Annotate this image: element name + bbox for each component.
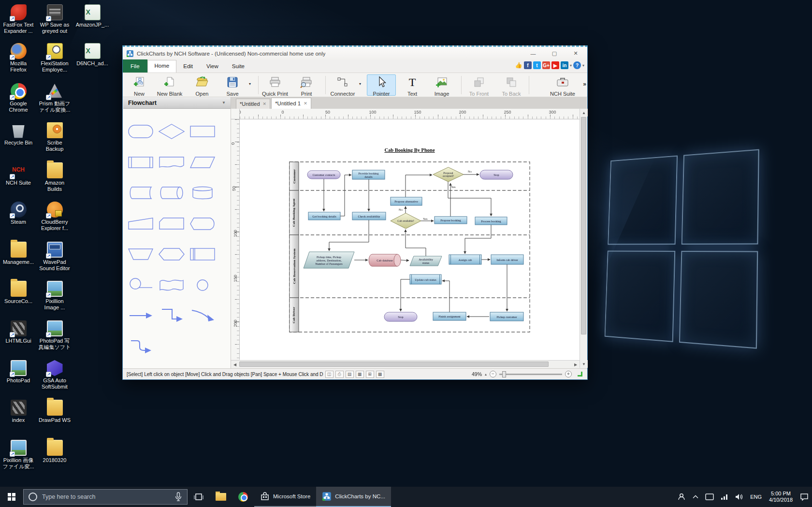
help-icon[interactable]: ?: [573, 61, 581, 69]
desktop-icon[interactable]: ↗Prism 動画フ ァイル変換...: [36, 83, 73, 113]
desktop-icon[interactable]: ↗WavePad Sound Editor: [36, 242, 73, 272]
start-button[interactable]: [0, 487, 23, 507]
microphone-icon[interactable]: [174, 492, 182, 502]
palette-shape-internal-storage[interactable]: [189, 246, 216, 262]
menu-item-suite[interactable]: Suite: [225, 61, 251, 72]
tofront-button[interactable]: To Front: [464, 74, 493, 96]
desktop-icon[interactable]: ↗Pixillion 画像 ファイル変...: [0, 440, 37, 470]
facebook-icon[interactable]: f: [524, 61, 532, 69]
menu-item-view[interactable]: View: [200, 61, 225, 72]
print-layout-icon[interactable]: ▩: [376, 371, 384, 378]
open-button[interactable]: Open: [188, 74, 217, 96]
palette-shape-database[interactable]: [189, 185, 216, 201]
scroll-right-icon[interactable]: ▶: [572, 361, 580, 368]
file-explorer-button[interactable]: [210, 487, 232, 507]
search-input[interactable]: [42, 493, 174, 500]
linkedin-icon[interactable]: in: [561, 61, 568, 69]
youtube-icon[interactable]: ▶: [551, 61, 559, 69]
newblank-button[interactable]: New Blank: [155, 74, 184, 96]
scroll-down-icon[interactable]: ▼: [580, 360, 588, 368]
vertical-scroll-thumb[interactable]: [581, 117, 586, 334]
tablet-mode-button[interactable]: [702, 487, 717, 507]
grid-icon[interactable]: ▦: [356, 371, 364, 378]
zoom-in-button[interactable]: +: [565, 371, 572, 377]
horizontal-scrollbar[interactable]: ◀ ▶: [231, 360, 580, 368]
palette-shape-predefined-process[interactable]: [127, 154, 154, 171]
toback-button[interactable]: To Back: [497, 74, 526, 96]
desktop-icon[interactable]: DrawPad WS: [36, 400, 73, 423]
desktop-icon[interactable]: ↗PhotoPad 写 真編集ソフト: [36, 320, 73, 350]
pointer-button[interactable]: Pointer: [367, 74, 396, 96]
vertical-scrollbar[interactable]: ▲ ▼: [580, 109, 587, 368]
volume-button[interactable]: [732, 487, 747, 507]
tab-close-icon[interactable]: ✕: [304, 101, 307, 106]
palette-shape-process[interactable]: [189, 123, 216, 140]
export-icon[interactable]: ⎙: [335, 371, 344, 378]
palette-shape-data[interactable]: [189, 154, 216, 171]
desktop-icon[interactable]: ↗LHTMLGui: [0, 320, 37, 344]
desktop-icon[interactable]: ↗NCH Suite: [0, 162, 37, 186]
palette-shape-arrow-elbow-curve[interactable]: [127, 338, 154, 355]
help-chevron-icon[interactable]: ▾: [582, 63, 584, 68]
desktop-icon[interactable]: Manageme...: [0, 242, 37, 265]
palette-shape-stored-data[interactable]: [127, 185, 154, 201]
image-button[interactable]: Image: [427, 74, 456, 96]
horizontal-scroll-thumb[interactable]: [239, 362, 549, 367]
canvas[interactable]: [240, 119, 580, 360]
chrome-button[interactable]: [232, 487, 254, 507]
palette-shape-loop-limit[interactable]: [127, 277, 154, 293]
desktop-icon[interactable]: index: [0, 400, 37, 423]
save-button[interactable]: Save: [218, 74, 247, 96]
document-tab[interactable]: *Untitled 1✕: [271, 98, 311, 109]
snap-icon[interactable]: ▤: [346, 371, 354, 378]
like-icon[interactable]: 👍: [515, 61, 522, 69]
desktop-icon[interactable]: ↗Google Chrome: [0, 83, 37, 113]
palette-shape-arrow-elbow[interactable]: [158, 307, 185, 324]
tab-close-icon[interactable]: ✕: [263, 101, 267, 106]
network-button[interactable]: [717, 487, 732, 507]
palette-shape-display[interactable]: [189, 216, 216, 232]
desktop-icon[interactable]: ↗PhotoPad: [0, 360, 37, 384]
resize-grip[interactable]: [578, 372, 582, 377]
dropdown-chevron-icon[interactable]: ▾: [359, 82, 361, 86]
desktop-icon[interactable]: ↗Pixillion Image ...: [36, 281, 73, 311]
menu-item-edit[interactable]: Edit: [176, 61, 200, 72]
desktop-icon[interactable]: ↗FastFox Text Expander ...: [0, 4, 37, 34]
desktop-icon[interactable]: 20180320: [36, 440, 73, 464]
dropdown-chevron-icon[interactable]: ▾: [249, 82, 251, 86]
googleplus-icon[interactable]: G+: [542, 61, 550, 69]
document-tab[interactable]: *Untitled✕: [236, 99, 270, 109]
scroll-up-icon[interactable]: ▲: [580, 109, 588, 116]
taskbar-search[interactable]: [23, 489, 188, 505]
desktop-icon[interactable]: Recycle Bin: [0, 122, 37, 146]
palette-shape-direct-access-storage[interactable]: [158, 185, 185, 201]
desktop-icon[interactable]: AmazonJP_...: [74, 4, 111, 28]
palette-shape-document[interactable]: [158, 154, 185, 171]
connector-button[interactable]: Connector: [328, 74, 357, 96]
palette-shape-arrow-curve[interactable]: [189, 307, 216, 324]
minimize-button[interactable]: —: [522, 47, 544, 60]
palette-shape-terminator[interactable]: [127, 123, 154, 140]
desktop-icon[interactable]: ↗GSA Auto SoftSubmit: [36, 360, 73, 390]
new-button[interactable]: New: [125, 74, 154, 96]
language-indicator[interactable]: ENG: [747, 494, 765, 500]
toolbar-overflow-chevron[interactable]: »: [583, 81, 586, 87]
desktop-icon[interactable]: D6NCH_ad...: [74, 43, 111, 67]
palette-shape-connector[interactable]: [189, 277, 216, 293]
palette-shape-preparation[interactable]: [158, 246, 185, 262]
people-button[interactable]: [674, 487, 689, 507]
desktop-icon[interactable]: ↗WP Save as greyed out: [36, 4, 73, 34]
title-bar[interactable]: ClickCharts by NCH Software - (Unlicense…: [123, 47, 587, 60]
desktop-icon[interactable]: ↗FlexiStation Employe...: [36, 43, 73, 73]
desktop-icon[interactable]: ↗Mozilla Firefox: [0, 43, 37, 73]
marquee-select-icon[interactable]: ◫: [325, 371, 334, 378]
taskbar-button-store[interactable]: Microsoft Store: [254, 487, 316, 507]
palette-shape-decision[interactable]: [158, 123, 185, 140]
palette-shape-manual-input[interactable]: [127, 216, 154, 232]
palette-shape-flag[interactable]: [158, 277, 185, 293]
print-button[interactable]: Print: [292, 74, 321, 96]
desktop-icon[interactable]: ↗CloudBerry Explorer f...: [36, 202, 73, 232]
task-view-button[interactable]: [188, 487, 210, 507]
zoom-slider-thumb[interactable]: [502, 371, 506, 377]
text-button[interactable]: TText: [398, 74, 427, 96]
